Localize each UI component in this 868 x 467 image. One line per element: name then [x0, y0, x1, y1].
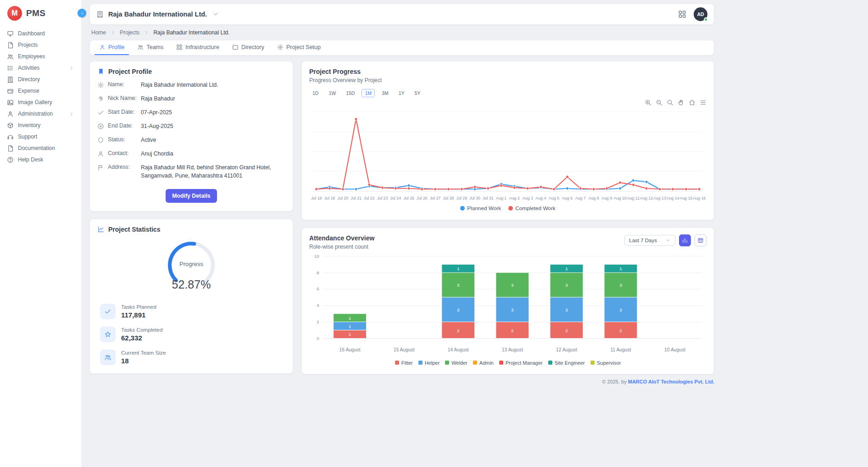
svg-text:Aug 13: Aug 13 [653, 196, 666, 200]
headset-icon [7, 133, 14, 140]
sidebar-item-employees[interactable]: Employees [0, 51, 81, 62]
sidebar-item-directory[interactable]: Directory [0, 74, 81, 85]
chevron-down-icon [665, 238, 671, 243]
x-circle-icon [97, 123, 104, 130]
bar-view-toggle-button[interactable] [679, 234, 691, 246]
svg-text:3: 3 [457, 283, 460, 288]
svg-text:Aug 6: Aug 6 [562, 196, 573, 200]
range-button-15d[interactable]: 15D [343, 89, 358, 97]
sidebar-item-image-gallery[interactable]: Image Gallery [0, 97, 81, 108]
star-icon [100, 327, 116, 342]
field-name: Name: Raja Bahadur International Ltd. [97, 81, 285, 89]
zoom-out-icon[interactable] [656, 99, 662, 106]
project-progress-line-chart[interactable]: Jul 18Jul 19Jul 20Jul 21Jul 22Jul 23Jul … [309, 106, 707, 202]
chart-menu-icon[interactable] [700, 99, 707, 106]
table-icon [697, 237, 704, 244]
sidebar-item-help-desk[interactable]: Help Desk [0, 154, 81, 166]
legend-item-completed-work[interactable]: Completed Work [508, 205, 556, 211]
reset-home-icon[interactable] [689, 99, 696, 106]
sidebar-item-expense[interactable]: Expense [0, 85, 81, 97]
legend-item-planned-work[interactable]: Planned Work [460, 205, 501, 211]
sidebar-item-administration[interactable]: Administration [0, 108, 81, 120]
svg-text:Aug 5: Aug 5 [549, 196, 559, 200]
pan-hand-icon[interactable] [678, 99, 684, 106]
chevron-down-icon[interactable] [212, 11, 219, 17]
svg-text:2: 2 [619, 328, 622, 333]
person-icon [97, 150, 104, 157]
field-status: Status: Active [97, 136, 285, 144]
date-range-select[interactable]: Last 7 Days [624, 235, 675, 246]
svg-text:2: 2 [565, 328, 568, 333]
breadcrumb-home[interactable]: Home [91, 29, 106, 36]
range-button-3m[interactable]: 3M [378, 89, 392, 97]
svg-text:Aug 9: Aug 9 [601, 196, 612, 200]
sidebar-item-dashboard[interactable]: Dashboard [0, 28, 81, 39]
sidebar-item-documentation[interactable]: Documentation [0, 143, 81, 154]
svg-text:Aug 15: Aug 15 [679, 196, 692, 200]
tab-infrastructure[interactable]: Infrastructure [172, 40, 224, 55]
svg-text:Jul 22: Jul 22 [364, 196, 375, 200]
attendance-controls: Last 7 Days [624, 234, 707, 246]
online-status-dot [704, 17, 708, 22]
svg-text:0: 0 [317, 336, 319, 341]
attendance-stacked-bar-chart[interactable]: 024681011116 August15 August233114 Augus… [309, 253, 707, 357]
svg-text:10: 10 [314, 253, 319, 258]
building-icon [7, 76, 14, 83]
progress-gauge: Progress 52.87% [157, 237, 226, 296]
brand-block[interactable]: M PMS [0, 0, 81, 25]
sidebar-menu: Dashboard Projects Employees Activities … [0, 28, 81, 166]
selection-zoom-icon[interactable] [667, 99, 673, 106]
svg-text:16 August: 16 August [339, 347, 361, 352]
table-view-toggle-button[interactable] [695, 234, 707, 246]
apps-grid-button[interactable] [678, 10, 686, 18]
range-button-1w[interactable]: 1W [325, 89, 339, 97]
legend-item-project-manager[interactable]: Project Manager [499, 360, 543, 366]
legend-item-admin[interactable]: Admin [473, 360, 494, 366]
zoom-in-icon[interactable] [645, 99, 651, 106]
svg-text:Jul 30: Jul 30 [469, 196, 480, 200]
check-icon [100, 304, 116, 319]
app-root: M PMS Dashboard Projects Employees Activ… [0, 0, 868, 467]
card-title: Project Profile [108, 68, 152, 75]
range-button-1d[interactable]: 1D [309, 89, 322, 97]
range-button-1y[interactable]: 1Y [395, 89, 408, 97]
sidebar-item-support[interactable]: Support [0, 131, 81, 143]
legend-item-supervisor[interactable]: Supervisor [590, 360, 621, 366]
user-avatar[interactable]: AD [694, 7, 707, 21]
footer-company-link[interactable]: MARCO AIoT Technologies Pvt. Ltd. [628, 379, 714, 384]
legend-item-welder[interactable]: Welder [445, 360, 467, 366]
tab-profile[interactable]: Profile [95, 40, 129, 55]
legend-item-helper[interactable]: Helper [418, 360, 440, 366]
chart-toolbar [309, 98, 707, 106]
svg-text:Jul 19: Jul 19 [324, 196, 335, 200]
person-icon [99, 44, 106, 50]
sidebar-item-projects[interactable]: Projects [0, 39, 81, 51]
svg-text:1: 1 [565, 266, 568, 271]
sidebar-item-activities[interactable]: Activities [0, 62, 81, 74]
svg-text:1: 1 [619, 266, 622, 271]
modify-details-button[interactable]: Modify Details [166, 189, 217, 203]
breadcrumb-projects[interactable]: Projects [120, 29, 139, 36]
sidebar-item-inventory[interactable]: Inventory [0, 120, 81, 131]
svg-text:1: 1 [349, 315, 351, 320]
legend-item-site-engineer[interactable]: Site Engineer [548, 360, 585, 366]
range-button-5y[interactable]: 5Y [411, 89, 423, 97]
tab-teams[interactable]: Teams [133, 40, 168, 55]
svg-text:Aug 4: Aug 4 [535, 196, 546, 200]
svg-text:2: 2 [317, 319, 319, 324]
legend-item-fitter[interactable]: Fitter [395, 360, 413, 366]
tab-directory[interactable]: Directory [228, 40, 269, 55]
svg-text:Jul 24: Jul 24 [390, 196, 401, 200]
svg-text:10 August: 10 August [664, 347, 685, 352]
company-selector-label[interactable]: Raja Bahadur International Ltd. [108, 11, 207, 18]
top-header: Raja Bahadur International Ltd. AD [89, 4, 714, 25]
tab-project-setup[interactable]: Project Setup [273, 40, 325, 55]
svg-text:Jul 20: Jul 20 [338, 196, 349, 200]
apps-grid-icon [678, 10, 686, 18]
card-title: Project Statistics [108, 226, 161, 233]
range-button-1m[interactable]: 1M [362, 89, 375, 97]
image-icon [7, 99, 14, 106]
chevron-right-icon [69, 66, 74, 71]
time-range-group: 1D 1W 15D 1M 3M 1Y 5Y [309, 89, 707, 97]
sidebar-collapse-button[interactable] [78, 9, 86, 17]
